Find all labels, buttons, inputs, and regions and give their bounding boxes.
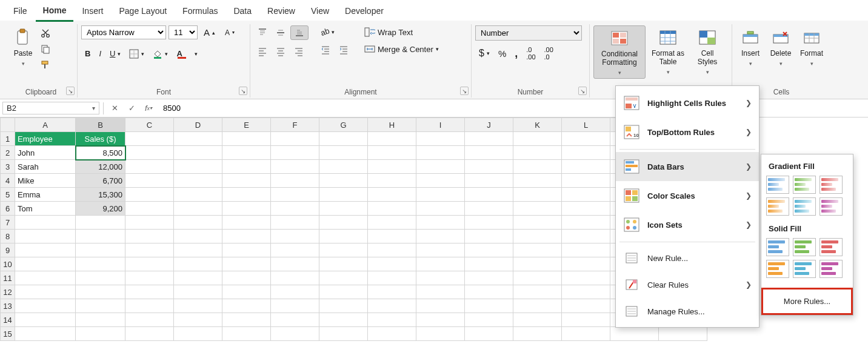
col-header-g[interactable]: G bbox=[319, 118, 368, 132]
accounting-format-icon[interactable]: $ ▾ bbox=[475, 44, 493, 62]
row-header-9[interactable]: 9 bbox=[1, 243, 15, 257]
databar-solid-green[interactable] bbox=[793, 238, 816, 256]
fill-color-button[interactable]: ▾ bbox=[149, 47, 172, 61]
tab-insert[interactable]: Insert bbox=[75, 2, 110, 21]
row-header-2[interactable]: 2 bbox=[1, 146, 15, 160]
bold-button[interactable]: B bbox=[81, 47, 94, 60]
borders-button[interactable]: ▾ bbox=[125, 47, 148, 61]
cell-b6[interactable]: 9,200 bbox=[76, 202, 125, 216]
cf-new-rule[interactable]: New Rule... bbox=[616, 245, 759, 271]
cf-color-scales[interactable]: Color Scales ❯ bbox=[616, 181, 759, 210]
cell-a3[interactable]: Sarah bbox=[15, 160, 76, 174]
row-header-13[interactable]: 13 bbox=[1, 299, 15, 313]
copy-icon[interactable] bbox=[40, 44, 51, 55]
col-header-f[interactable]: F bbox=[271, 118, 319, 132]
databar-gradient-orange[interactable] bbox=[766, 197, 789, 216]
row-header-6[interactable]: 6 bbox=[1, 202, 15, 216]
row-header-8[interactable]: 8 bbox=[1, 230, 15, 243]
cell-a1[interactable]: Employee bbox=[15, 132, 76, 146]
tab-formulas[interactable]: Formulas bbox=[175, 2, 225, 21]
row-header-15[interactable]: 15 bbox=[1, 327, 15, 341]
decrease-indent-icon[interactable] bbox=[317, 43, 334, 56]
align-bottom-icon[interactable] bbox=[290, 25, 309, 40]
underline-button[interactable]: U ▾ bbox=[106, 47, 124, 60]
col-header-c[interactable]: C bbox=[125, 118, 174, 132]
col-header-a[interactable]: A bbox=[15, 118, 76, 132]
delete-cells-button[interactable]: Delete▾ bbox=[766, 25, 795, 69]
name-box[interactable]: B2▾ bbox=[2, 102, 99, 114]
align-right-icon[interactable] bbox=[290, 45, 307, 58]
number-dialog-launcher[interactable]: ↘ bbox=[578, 87, 587, 95]
align-center-icon[interactable] bbox=[272, 45, 289, 58]
col-header-b[interactable]: B bbox=[76, 118, 125, 132]
decrease-font-icon[interactable]: A▾ bbox=[221, 25, 238, 39]
cf-data-bars[interactable]: Data Bars ❯ bbox=[616, 152, 759, 181]
databar-solid-orange[interactable] bbox=[766, 260, 789, 278]
clipboard-dialog-launcher[interactable]: ↘ bbox=[66, 87, 75, 95]
format-cells-button[interactable]: Format▾ bbox=[796, 25, 827, 69]
cf-highlight-cells-rules[interactable]: Highlight Cells Rules ❯ bbox=[616, 88, 759, 117]
font-name-select[interactable]: Aptos Narrow bbox=[81, 25, 166, 39]
align-left-icon[interactable] bbox=[254, 45, 271, 58]
row-header-1[interactable]: 1 bbox=[1, 132, 15, 146]
font-size-select[interactable]: 11 bbox=[169, 25, 198, 39]
cell-a5[interactable]: Emma bbox=[15, 188, 76, 202]
tab-review[interactable]: Review bbox=[260, 2, 302, 21]
increase-font-icon[interactable]: A▴ bbox=[200, 25, 219, 39]
tab-page-layout[interactable]: Page Layout bbox=[112, 2, 174, 21]
row-header-4[interactable]: 4 bbox=[1, 174, 15, 188]
increase-indent-icon[interactable] bbox=[335, 43, 352, 56]
col-header-e[interactable]: E bbox=[222, 118, 271, 132]
decrease-decimal-icon[interactable]: .00.0 bbox=[541, 44, 557, 62]
number-format-select[interactable]: Number bbox=[475, 25, 582, 41]
align-top-icon[interactable] bbox=[254, 25, 271, 40]
tab-data[interactable]: Data bbox=[226, 2, 259, 21]
cf-icon-sets[interactable]: Icon Sets ❯ bbox=[616, 210, 759, 239]
databar-gradient-red[interactable] bbox=[820, 176, 843, 194]
font-color-button[interactable]: A▾ bbox=[173, 47, 201, 61]
tab-home[interactable]: Home bbox=[36, 2, 74, 22]
font-dialog-launcher[interactable]: ↘ bbox=[239, 87, 247, 95]
paste-button[interactable]: Paste ▾ bbox=[8, 25, 38, 69]
cell-b3[interactable]: 12,000 bbox=[76, 160, 125, 174]
align-middle-icon[interactable] bbox=[272, 25, 289, 40]
col-header-d[interactable]: D bbox=[174, 118, 222, 132]
conditional-formatting-button[interactable]: Conditional Formatting▾ bbox=[593, 25, 646, 79]
databar-solid-purple[interactable] bbox=[820, 260, 843, 278]
italic-button[interactable]: I bbox=[95, 47, 105, 60]
cf-manage-rules[interactable]: Manage Rules... bbox=[616, 298, 759, 325]
cell-a4[interactable]: Mike bbox=[15, 174, 76, 188]
cf-top-bottom-rules[interactable]: 10Top/Bottom Rules ❯ bbox=[616, 117, 759, 147]
tab-file[interactable]: File bbox=[6, 2, 35, 21]
insert-cells-button[interactable]: Insert▾ bbox=[736, 25, 765, 69]
col-header-i[interactable]: I bbox=[416, 118, 465, 132]
row-header-5[interactable]: 5 bbox=[1, 188, 15, 202]
databar-solid-red[interactable] bbox=[820, 238, 843, 256]
row-header-10[interactable]: 10 bbox=[1, 257, 15, 271]
databar-more-rules[interactable]: More Rules... bbox=[761, 288, 853, 315]
alignment-dialog-launcher[interactable]: ↘ bbox=[460, 87, 469, 95]
formula-cancel-icon[interactable]: ✕ bbox=[107, 102, 122, 115]
databar-gradient-green[interactable] bbox=[793, 176, 816, 194]
insert-function-icon[interactable]: fx▾ bbox=[141, 102, 156, 115]
cf-clear-rules[interactable]: Clear Rules ❯ bbox=[616, 271, 759, 298]
cell-a2[interactable]: John bbox=[15, 146, 76, 160]
cell-b2[interactable]: 8,500 bbox=[76, 146, 125, 160]
cell-styles-button[interactable]: Cell Styles▾ bbox=[690, 25, 724, 78]
tab-view[interactable]: View bbox=[304, 2, 336, 21]
databar-gradient-blue[interactable] bbox=[766, 176, 789, 194]
row-header-12[interactable]: 12 bbox=[1, 285, 15, 299]
cell-b1[interactable]: Sales ($) bbox=[76, 132, 125, 146]
tab-developer[interactable]: Developer bbox=[338, 2, 391, 21]
col-header-k[interactable]: K bbox=[513, 118, 562, 132]
databar-gradient-purple[interactable] bbox=[820, 197, 843, 216]
databar-solid-lightblue[interactable] bbox=[793, 260, 816, 278]
row-header-14[interactable]: 14 bbox=[1, 313, 15, 327]
row-header-11[interactable]: 11 bbox=[1, 271, 15, 285]
increase-decimal-icon[interactable]: .0.00 bbox=[522, 44, 539, 62]
select-all-corner[interactable] bbox=[1, 118, 15, 132]
cell-b4[interactable]: 6,700 bbox=[76, 174, 125, 188]
row-header-7[interactable]: 7 bbox=[1, 216, 15, 230]
wrap-text-button[interactable]: Wrap Text bbox=[361, 25, 442, 39]
percent-format-icon[interactable]: % bbox=[495, 44, 510, 62]
